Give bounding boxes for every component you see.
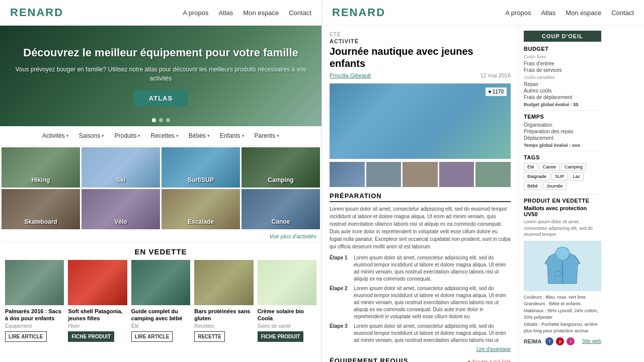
step-1: Étape 1 Lorem ipsum dolor sit amet, cons… xyxy=(330,254,511,283)
hero-subtitle: Vous prévoyez bouger en famille? Utilise… xyxy=(10,65,311,83)
repas-item: Repas xyxy=(524,81,601,87)
featured-title-3: Guide complet du camping avec bébé xyxy=(131,308,190,322)
featured-item-5: Crème solaire bio Coola Soins de santé F… xyxy=(258,260,316,342)
tag-sup[interactable]: SUP xyxy=(551,172,568,180)
add-to-list-button[interactable]: ♥ Ajouter à ma liste xyxy=(468,359,511,363)
thumb-2[interactable] xyxy=(366,162,401,187)
tag-baignade[interactable]: Baignade xyxy=(524,172,550,180)
article-author[interactable]: Priscilla Gibeault xyxy=(330,72,371,78)
couts-variables-label: Coûts variables xyxy=(524,75,601,80)
featured-item-2: Soft shell Patagonia, jeunes filles Hive… xyxy=(68,260,127,342)
hero-cta-button[interactable]: ATLAS xyxy=(134,90,188,106)
featured-img-4 xyxy=(194,260,253,305)
produit-brand: REIMA xyxy=(524,338,541,344)
step-2-label: Étape 2 xyxy=(330,285,350,320)
facebook-icon[interactable]: f xyxy=(545,337,553,345)
activity-skate[interactable]: Skateboard xyxy=(2,189,80,229)
temps-global: Temps global évalué : ooo xyxy=(524,143,601,148)
featured-btn-5[interactable]: FICHE PRODUIT xyxy=(258,331,304,342)
left-header: RENARD A propos Atlas Mon espace Contact xyxy=(0,0,321,26)
activity-ski[interactable]: Ski xyxy=(82,147,160,188)
featured-img-3 xyxy=(131,260,190,305)
tag-camping[interactable]: Camping xyxy=(561,163,586,171)
featured-img-1 xyxy=(5,260,64,305)
tag-lac[interactable]: Lac xyxy=(570,172,584,180)
pinterest-icon[interactable]: p xyxy=(556,337,564,345)
nav-apropos[interactable]: A propos xyxy=(183,9,208,17)
produit-image xyxy=(524,241,601,291)
subnav-bebes[interactable]: Bébés xyxy=(184,130,215,141)
activity-label-surf: Surf/SUP xyxy=(162,176,240,184)
thumb-5[interactable] xyxy=(475,162,511,187)
featured-title-1: Palmarès 2016 : Sacs à dos pour enfants xyxy=(5,308,64,322)
right-nav-apropos[interactable]: A propos xyxy=(505,9,531,17)
nav-atlas[interactable]: Atlas xyxy=(218,9,233,17)
subnav-activites[interactable]: Activités xyxy=(37,130,74,141)
right-logo: RENARD xyxy=(332,6,385,19)
activity-velo[interactable]: Vélo xyxy=(82,189,160,229)
activity-escalade[interactable]: Escalade xyxy=(162,189,240,229)
frais-deplacement-item: Frais de déplacement xyxy=(524,95,601,100)
tag-journee[interactable]: Journée xyxy=(543,182,567,190)
temps-divider xyxy=(524,151,601,151)
produit-social-links: f p i xyxy=(545,337,575,345)
produit-details: Couleurs : Bleu, rose, vert limeGrandeur… xyxy=(524,294,601,335)
right-nav-monespace[interactable]: Mon espace xyxy=(566,9,601,17)
featured-img-2 xyxy=(68,260,127,305)
thumb-1[interactable] xyxy=(330,162,365,187)
hero-dot-1[interactable] xyxy=(152,118,156,122)
activity-canoe[interactable]: Canoe xyxy=(242,189,320,229)
hero-dot-3[interactable] xyxy=(166,118,170,122)
budget-title: BUDGET xyxy=(524,46,601,52)
thumb-4[interactable] xyxy=(439,162,474,187)
featured-btn-2[interactable]: FICHE PRODUIT xyxy=(68,331,114,342)
instagram-icon[interactable]: i xyxy=(567,337,575,345)
site-web-link[interactable]: Site web xyxy=(582,338,601,344)
right-nav-contact[interactable]: Contact xyxy=(611,9,634,17)
nav-contact[interactable]: Contact xyxy=(289,9,311,17)
activity-hiking[interactable]: Hiking xyxy=(2,147,80,188)
subnav-enfants[interactable]: Enfants xyxy=(215,130,250,141)
right-header: RENARD A propos Atlas Mon espace Contact xyxy=(322,0,644,26)
activity-label-ski: Ski xyxy=(82,176,160,184)
featured-cat-3: Été xyxy=(131,323,190,329)
activity-camping[interactable]: Camping xyxy=(242,147,320,188)
featured-btn-3[interactable]: LIRE ARTICLE xyxy=(131,331,173,342)
subnav-parents[interactable]: Parents xyxy=(250,130,284,141)
hero-dots xyxy=(152,118,170,122)
featured-btn-4[interactable]: RECETTE xyxy=(194,331,225,342)
featured-cat-2: Hiver xyxy=(68,323,127,329)
featured-btn-1[interactable]: LIRE ARTICLE xyxy=(5,331,47,342)
featured-item-1: Palmarès 2016 : Sacs à dos pour enfants … xyxy=(5,260,64,342)
featured-cat-5: Soins de santé xyxy=(258,323,316,329)
activity-label-escalade: Escalade xyxy=(162,218,240,225)
subnav-saisons[interactable]: Saisons xyxy=(74,130,110,141)
article-meta: Priscilla Gibeault 12 mai 2016 xyxy=(330,72,511,78)
tags-grid: Été Canoe Camping Baignade SUP Lac Bébé … xyxy=(524,163,601,190)
activity-label-canoe: Canoe xyxy=(242,218,320,225)
article-sidebar: COUP D'OEIL BUDGET Coûts fixes Frais d'e… xyxy=(518,26,606,362)
subnav-produits[interactable]: Produits xyxy=(109,130,145,141)
thumbnails-row xyxy=(330,162,511,187)
nav-monespace[interactable]: Mon espace xyxy=(243,9,279,17)
tags-divider xyxy=(524,194,601,195)
lire-davantage-link[interactable]: Lire d'avantage xyxy=(330,346,511,352)
step-1-text: Lorem ipsum dolor sit amet, consectetur … xyxy=(354,254,511,283)
see-more-link[interactable]: Voir plus d'activités xyxy=(0,231,321,242)
preparation-repas-item: Préparation des repas xyxy=(524,129,601,134)
subnav-recettes[interactable]: Recettes xyxy=(145,130,183,141)
deplacement-item: Déplacement xyxy=(524,135,601,141)
equipment-section: ÉQUIPEMENT REQUIS ♥ Ajouter à ma liste 🩱… xyxy=(330,357,511,362)
right-nav-atlas[interactable]: Atlas xyxy=(541,9,555,17)
thumb-3[interactable] xyxy=(403,162,438,187)
heart-count: 1170 xyxy=(493,89,504,95)
hero-dot-2[interactable] xyxy=(159,118,163,122)
left-nav: A propos Atlas Mon espace Contact xyxy=(183,9,311,17)
couts-fixes-label: Coûts fixes xyxy=(524,54,601,59)
activity-surf[interactable]: Surf/SUP xyxy=(162,147,240,188)
tag-canoe[interactable]: Canoe xyxy=(539,163,560,171)
tag-bebe[interactable]: Bébé xyxy=(524,182,541,190)
budget-global: Budget global évalué : $$ xyxy=(524,102,601,107)
tag-ete[interactable]: Été xyxy=(524,163,538,171)
featured-item-4: Bars protéinées sans gluten Recettes REC… xyxy=(194,260,253,342)
